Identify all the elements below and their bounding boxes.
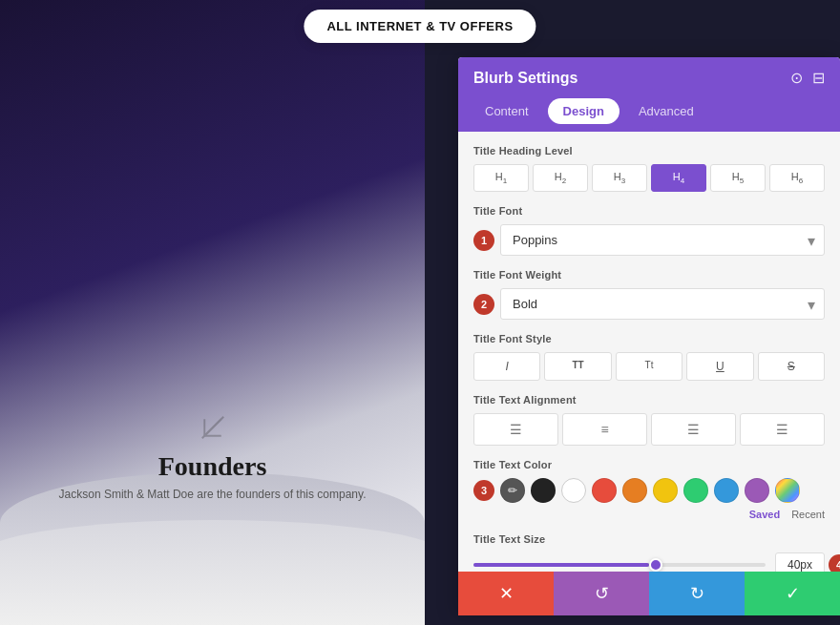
tab-design[interactable]: Design bbox=[548, 98, 620, 124]
panel-title: Blurb Settings bbox=[473, 70, 578, 87]
preview-title: Founders bbox=[158, 451, 267, 482]
h3-button[interactable]: H3 bbox=[592, 164, 647, 192]
h4-button[interactable]: H4 bbox=[651, 164, 706, 192]
align-right-button[interactable]: ☰ bbox=[651, 413, 736, 446]
underline-button[interactable]: U bbox=[686, 352, 753, 381]
step-2-badge: 2 bbox=[473, 294, 494, 315]
heading-level-buttons: H1 H2 H3 H4 H5 H6 bbox=[473, 164, 825, 192]
font-label: Title Font bbox=[473, 205, 825, 217]
capitalize-button[interactable]: Tt bbox=[616, 352, 682, 381]
cancel-button[interactable]: ✕ bbox=[458, 572, 554, 615]
text-size-fill bbox=[473, 563, 649, 567]
font-weight-step-row: 2 Bold Normal Light bbox=[500, 288, 825, 320]
expand-icon bbox=[199, 413, 227, 442]
text-size-input[interactable] bbox=[775, 552, 825, 572]
font-select[interactable]: Poppins Roboto Open Sans bbox=[500, 224, 825, 256]
text-size-slider-row: 4 bbox=[473, 552, 825, 572]
step-1-badge: 1 bbox=[473, 230, 494, 251]
color-white[interactable] bbox=[561, 478, 586, 503]
align-left-button[interactable]: ☰ bbox=[473, 413, 558, 446]
color-gradient[interactable] bbox=[775, 478, 800, 503]
font-weight-label: Title Font Weight bbox=[473, 269, 825, 281]
text-size-track bbox=[473, 563, 766, 567]
reset-button[interactable]: ↺ bbox=[554, 572, 649, 615]
color-purple[interactable] bbox=[745, 478, 769, 503]
saved-label[interactable]: Saved bbox=[749, 509, 780, 520]
color-yellow[interactable] bbox=[653, 478, 678, 503]
align-center-button[interactable]: ≡ bbox=[562, 413, 647, 446]
panel-tabs: Content Design Advanced bbox=[458, 98, 840, 132]
panel-header-icons: ⊙ ⊟ bbox=[790, 69, 825, 87]
h1-button[interactable]: H1 bbox=[473, 164, 529, 192]
font-weight-select-wrapper: Bold Normal Light bbox=[500, 288, 825, 320]
h6-button[interactable]: H6 bbox=[769, 164, 825, 192]
save-button[interactable]: ✓ bbox=[745, 572, 840, 615]
panel-body: Title Heading Level H1 H2 H3 H4 H5 H6 Ti… bbox=[458, 132, 840, 572]
heading-level-label: Title Heading Level bbox=[473, 145, 825, 156]
font-weight-select[interactable]: Bold Normal Light bbox=[500, 288, 825, 320]
font-style-label: Title Font Style bbox=[473, 333, 825, 344]
tab-advanced[interactable]: Advanced bbox=[623, 98, 709, 124]
step-4-badge: 4 bbox=[829, 554, 840, 572]
font-select-wrapper: Poppins Roboto Open Sans bbox=[500, 224, 825, 256]
color-green[interactable] bbox=[683, 478, 708, 503]
h2-button[interactable]: H2 bbox=[533, 164, 588, 192]
italic-button[interactable]: I bbox=[473, 352, 540, 381]
strikethrough-button[interactable]: S bbox=[758, 352, 825, 381]
color-picker-button[interactable]: ✏ bbox=[500, 478, 525, 503]
align-justify-button[interactable]: ☰ bbox=[740, 413, 825, 446]
step-3-badge: 3 bbox=[473, 480, 494, 501]
columns-icon[interactable]: ⊟ bbox=[812, 69, 825, 87]
font-style-buttons: I TT Tt U S bbox=[473, 352, 825, 381]
color-red[interactable] bbox=[592, 478, 617, 503]
text-size-label: Title Text Size bbox=[473, 533, 825, 545]
tab-content[interactable]: Content bbox=[470, 98, 544, 124]
panel-footer: ✕ ↺ ↻ ✓ bbox=[458, 572, 840, 615]
color-black[interactable] bbox=[531, 478, 556, 503]
blurb-settings-panel: Blurb Settings ⊙ ⊟ Content Design Advanc… bbox=[458, 57, 840, 615]
uppercase-button[interactable]: TT bbox=[544, 352, 611, 381]
top-bar-label[interactable]: ALL INTERNET & TV OFFERS bbox=[304, 10, 536, 43]
text-size-value-box: 4 bbox=[775, 552, 825, 572]
preview-background: Founders Jackson Smith & Matt Doe are th… bbox=[0, 0, 425, 625]
color-orange[interactable] bbox=[622, 478, 647, 503]
text-size-thumb[interactable] bbox=[649, 558, 662, 572]
redo-button[interactable]: ↻ bbox=[649, 572, 745, 615]
preview-subtitle: Jackson Smith & Matt Doe are the founder… bbox=[59, 488, 367, 501]
preview-content: Founders Jackson Smith & Matt Doe are th… bbox=[0, 413, 425, 501]
color-swatches-row: 3 ✏ bbox=[473, 478, 825, 503]
text-align-label: Title Text Alignment bbox=[473, 394, 825, 406]
color-blue[interactable] bbox=[714, 478, 739, 503]
recent-label[interactable]: Recent bbox=[791, 509, 825, 520]
text-color-label: Title Text Color bbox=[473, 459, 825, 470]
color-saved-row: Saved Recent bbox=[473, 509, 825, 520]
h5-button[interactable]: H5 bbox=[710, 164, 766, 192]
alignment-buttons: ☰ ≡ ☰ ☰ bbox=[473, 413, 825, 446]
panel-header: Blurb Settings ⊙ ⊟ bbox=[458, 57, 840, 98]
font-step-row: 1 Poppins Roboto Open Sans bbox=[500, 224, 825, 256]
settings-icon[interactable]: ⊙ bbox=[790, 69, 803, 87]
